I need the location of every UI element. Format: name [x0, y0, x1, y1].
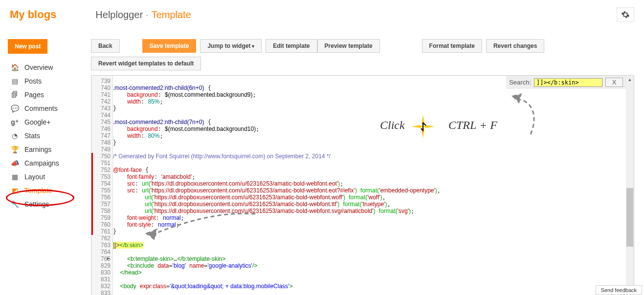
- my-blogs-link[interactable]: My blogs: [10, 8, 56, 21]
- blog-name: Helplogger: [95, 9, 143, 21]
- breadcrumb-separator: ·: [146, 9, 149, 21]
- gear-icon[interactable]: [617, 7, 634, 22]
- breadcrumb-template: Template: [152, 9, 191, 21]
